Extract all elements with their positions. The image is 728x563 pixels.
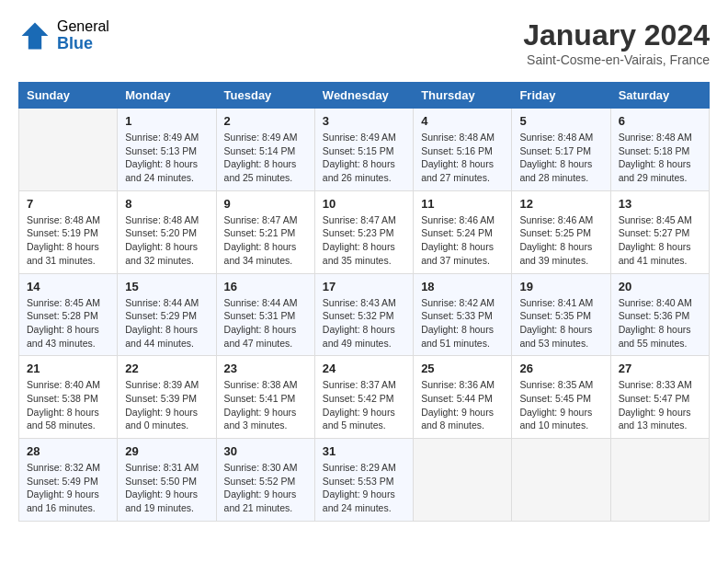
- cell-info: Sunrise: 8:36 AM Sunset: 5:44 PM Dayligh…: [421, 378, 504, 432]
- cell-info: Sunrise: 8:38 AM Sunset: 5:41 PM Dayligh…: [224, 378, 307, 432]
- calendar-cell: 22Sunrise: 8:39 AM Sunset: 5:39 PM Dayli…: [118, 356, 216, 439]
- day-number: 5: [519, 114, 602, 128]
- day-number: 2: [224, 114, 307, 128]
- cell-info: Sunrise: 8:48 AM Sunset: 5:17 PM Dayligh…: [519, 131, 602, 185]
- calendar-cell: 29Sunrise: 8:31 AM Sunset: 5:50 PM Dayli…: [118, 439, 216, 522]
- calendar-cell: 27Sunrise: 8:33 AM Sunset: 5:47 PM Dayli…: [610, 356, 709, 439]
- calendar-cell: 19Sunrise: 8:41 AM Sunset: 5:35 PM Dayli…: [512, 273, 610, 356]
- day-number: 20: [619, 280, 701, 293]
- day-number: 26: [519, 362, 602, 375]
- calendar-cell: 8Sunrise: 8:48 AM Sunset: 5:20 PM Daylig…: [118, 190, 216, 273]
- calendar-cell: 11Sunrise: 8:46 AM Sunset: 5:24 PM Dayli…: [414, 190, 512, 273]
- day-number: 16: [224, 280, 307, 293]
- cell-info: Sunrise: 8:48 AM Sunset: 5:18 PM Dayligh…: [619, 131, 701, 185]
- weekday-header: Saturday: [610, 83, 709, 109]
- day-number: 21: [27, 362, 109, 375]
- title-area: January 2024 Saint-Cosme-en-Vairais, Fra…: [523, 18, 710, 67]
- weekday-header: Friday: [512, 83, 610, 109]
- cell-info: Sunrise: 8:49 AM Sunset: 5:14 PM Dayligh…: [224, 131, 307, 185]
- weekday-header-row: SundayMondayTuesdayWednesdayThursdayFrid…: [19, 83, 710, 109]
- weekday-header: Monday: [118, 83, 216, 109]
- day-number: 28: [27, 444, 109, 458]
- day-number: 9: [224, 197, 307, 211]
- calendar-cell: 10Sunrise: 8:47 AM Sunset: 5:23 PM Dayli…: [314, 190, 413, 273]
- calendar-week-row: 7Sunrise: 8:48 AM Sunset: 5:19 PM Daylig…: [19, 190, 710, 273]
- day-number: 23: [224, 362, 307, 375]
- location: Saint-Cosme-en-Vairais, France: [523, 52, 710, 67]
- cell-info: Sunrise: 8:41 AM Sunset: 5:35 PM Dayligh…: [519, 296, 602, 350]
- cell-info: Sunrise: 8:48 AM Sunset: 5:20 PM Dayligh…: [125, 213, 208, 268]
- calendar-cell: 7Sunrise: 8:48 AM Sunset: 5:19 PM Daylig…: [19, 190, 118, 273]
- calendar-cell: 13Sunrise: 8:45 AM Sunset: 5:27 PM Dayli…: [610, 190, 709, 273]
- calendar-cell: 28Sunrise: 8:32 AM Sunset: 5:49 PM Dayli…: [19, 439, 118, 522]
- cell-info: Sunrise: 8:30 AM Sunset: 5:52 PM Dayligh…: [224, 461, 307, 515]
- day-number: 10: [323, 197, 405, 211]
- cell-info: Sunrise: 8:49 AM Sunset: 5:13 PM Dayligh…: [125, 131, 208, 185]
- calendar-week-row: 21Sunrise: 8:40 AM Sunset: 5:38 PM Dayli…: [19, 356, 710, 439]
- cell-info: Sunrise: 8:46 AM Sunset: 5:25 PM Dayligh…: [519, 213, 602, 268]
- svg-marker-0: [22, 22, 49, 49]
- calendar-cell: [19, 109, 118, 191]
- day-number: 8: [125, 197, 208, 211]
- cell-info: Sunrise: 8:35 AM Sunset: 5:45 PM Dayligh…: [519, 378, 602, 432]
- weekday-header: Sunday: [19, 83, 118, 109]
- cell-info: Sunrise: 8:47 AM Sunset: 5:21 PM Dayligh…: [224, 213, 307, 268]
- day-number: 31: [323, 444, 405, 458]
- day-number: 29: [125, 444, 208, 458]
- calendar-cell: [512, 439, 610, 522]
- cell-info: Sunrise: 8:37 AM Sunset: 5:42 PM Dayligh…: [323, 378, 405, 432]
- day-number: 27: [619, 362, 701, 375]
- day-number: 25: [421, 362, 504, 375]
- logo: General Blue: [18, 18, 109, 52]
- day-number: 19: [519, 280, 602, 293]
- calendar-cell: 6Sunrise: 8:48 AM Sunset: 5:18 PM Daylig…: [610, 109, 709, 191]
- calendar-cell: 15Sunrise: 8:44 AM Sunset: 5:29 PM Dayli…: [118, 273, 216, 356]
- cell-info: Sunrise: 8:44 AM Sunset: 5:31 PM Dayligh…: [224, 296, 307, 350]
- calendar-cell: 5Sunrise: 8:48 AM Sunset: 5:17 PM Daylig…: [512, 109, 610, 191]
- calendar-cell: 16Sunrise: 8:44 AM Sunset: 5:31 PM Dayli…: [216, 273, 314, 356]
- calendar-cell: 3Sunrise: 8:49 AM Sunset: 5:15 PM Daylig…: [314, 109, 413, 191]
- calendar-cell: [414, 439, 512, 522]
- calendar-week-row: 28Sunrise: 8:32 AM Sunset: 5:49 PM Dayli…: [19, 439, 710, 522]
- header: General Blue January 2024 Saint-Cosme-en…: [18, 18, 710, 67]
- calendar-cell: 25Sunrise: 8:36 AM Sunset: 5:44 PM Dayli…: [414, 356, 512, 439]
- calendar-cell: 31Sunrise: 8:29 AM Sunset: 5:53 PM Dayli…: [314, 439, 413, 522]
- calendar-cell: 9Sunrise: 8:47 AM Sunset: 5:21 PM Daylig…: [216, 190, 314, 273]
- calendar-cell: 23Sunrise: 8:38 AM Sunset: 5:41 PM Dayli…: [216, 356, 314, 439]
- cell-info: Sunrise: 8:40 AM Sunset: 5:36 PM Dayligh…: [619, 296, 701, 350]
- month-year: January 2024: [523, 18, 710, 52]
- day-number: 24: [323, 362, 405, 375]
- calendar-cell: 12Sunrise: 8:46 AM Sunset: 5:25 PM Dayli…: [512, 190, 610, 273]
- calendar-cell: 1Sunrise: 8:49 AM Sunset: 5:13 PM Daylig…: [118, 109, 216, 191]
- calendar-cell: 4Sunrise: 8:48 AM Sunset: 5:16 PM Daylig…: [414, 109, 512, 191]
- calendar-week-row: 1Sunrise: 8:49 AM Sunset: 5:13 PM Daylig…: [19, 109, 710, 191]
- day-number: 1: [125, 114, 208, 128]
- cell-info: Sunrise: 8:33 AM Sunset: 5:47 PM Dayligh…: [619, 378, 701, 432]
- calendar-cell: 21Sunrise: 8:40 AM Sunset: 5:38 PM Dayli…: [19, 356, 118, 439]
- cell-info: Sunrise: 8:45 AM Sunset: 5:28 PM Dayligh…: [27, 296, 109, 350]
- cell-info: Sunrise: 8:48 AM Sunset: 5:19 PM Dayligh…: [27, 213, 109, 268]
- cell-info: Sunrise: 8:43 AM Sunset: 5:32 PM Dayligh…: [323, 296, 405, 350]
- day-number: 15: [125, 280, 208, 293]
- calendar-week-row: 14Sunrise: 8:45 AM Sunset: 5:28 PM Dayli…: [19, 273, 710, 356]
- day-number: 17: [323, 280, 405, 293]
- day-number: 13: [619, 197, 701, 211]
- cell-info: Sunrise: 8:45 AM Sunset: 5:27 PM Dayligh…: [619, 213, 701, 268]
- day-number: 18: [421, 280, 504, 293]
- cell-info: Sunrise: 8:31 AM Sunset: 5:50 PM Dayligh…: [125, 461, 208, 515]
- day-number: 12: [519, 197, 602, 211]
- day-number: 14: [27, 280, 109, 293]
- weekday-header: Thursday: [414, 83, 512, 109]
- logo-blue: Blue: [57, 35, 109, 53]
- cell-info: Sunrise: 8:47 AM Sunset: 5:23 PM Dayligh…: [323, 213, 405, 268]
- cell-info: Sunrise: 8:42 AM Sunset: 5:33 PM Dayligh…: [421, 296, 504, 350]
- logo-general: General: [57, 18, 109, 35]
- day-number: 6: [619, 114, 701, 128]
- calendar-cell: 26Sunrise: 8:35 AM Sunset: 5:45 PM Dayli…: [512, 356, 610, 439]
- day-number: 22: [125, 362, 208, 375]
- weekday-header: Tuesday: [216, 83, 314, 109]
- calendar-cell: [610, 439, 709, 522]
- logo-icon: [18, 19, 51, 52]
- cell-info: Sunrise: 8:32 AM Sunset: 5:49 PM Dayligh…: [27, 461, 109, 515]
- day-number: 4: [421, 114, 504, 128]
